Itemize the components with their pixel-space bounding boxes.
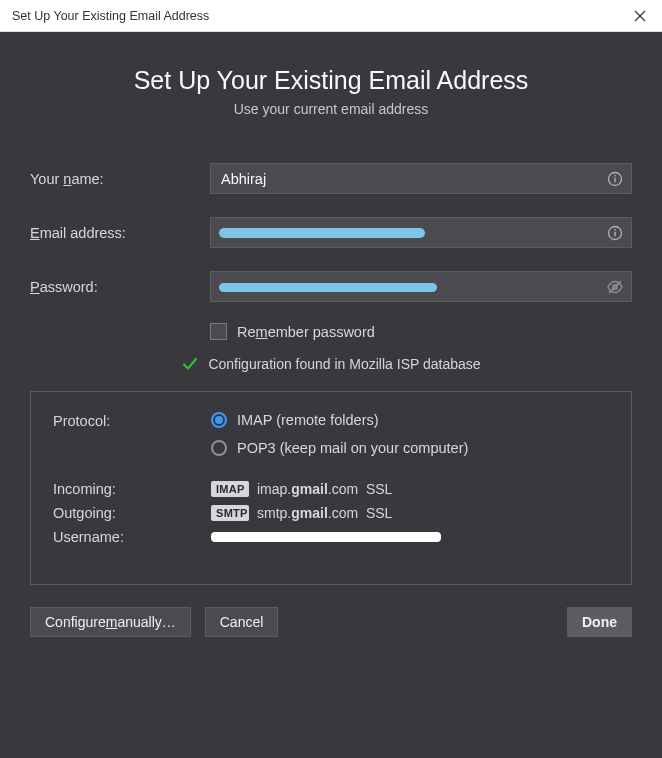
window-title: Set Up Your Existing Email Address — [12, 9, 626, 23]
dialog-content: Set Up Your Existing Email Address Use y… — [0, 32, 662, 758]
remember-row: Remember password — [210, 323, 632, 340]
username-value — [211, 530, 441, 544]
imap-label: IMAP (remote folders) — [237, 412, 379, 428]
server-group: Incoming: IMAP imap.gmail.com SSL Outgoi… — [53, 480, 609, 545]
page-title: Set Up Your Existing Email Address — [30, 66, 632, 95]
svg-rect-4 — [614, 231, 615, 236]
eye-off-icon[interactable] — [606, 278, 624, 296]
smtp-badge: SMTP — [211, 505, 249, 521]
username-label: Username: — [53, 528, 211, 545]
password-label: Password: — [30, 279, 210, 295]
incoming-row: Incoming: IMAP imap.gmail.com SSL — [53, 480, 609, 497]
outgoing-label: Outgoing: — [53, 504, 211, 521]
remember-label: Remember password — [237, 324, 375, 340]
remember-checkbox[interactable] — [210, 323, 227, 340]
password-input[interactable] — [210, 271, 632, 302]
config-panel: Protocol: IMAP (remote folders) POP3 (ke… — [30, 391, 632, 585]
page-subtitle: Use your current email address — [30, 101, 632, 117]
protocol-imap-radio[interactable]: IMAP (remote folders) — [211, 412, 468, 428]
username-row: Username: — [53, 528, 609, 545]
status-message: Configuration found in Mozilla ISP datab… — [208, 356, 480, 372]
info-icon[interactable] — [606, 224, 624, 242]
password-input-wrap — [210, 271, 632, 302]
email-input-wrap — [210, 217, 632, 248]
protocol-radio-group: IMAP (remote folders) POP3 (keep mail on… — [211, 412, 468, 456]
protocol-label: Protocol: — [53, 412, 211, 429]
name-row: Your name: — [30, 163, 632, 194]
pop3-label: POP3 (keep mail on your computer) — [237, 440, 468, 456]
status-row: Configuration found in Mozilla ISP datab… — [30, 355, 632, 373]
info-icon[interactable] — [606, 170, 624, 188]
cancel-button[interactable]: Cancel — [205, 607, 279, 637]
close-icon[interactable] — [626, 2, 654, 30]
name-label: Your name: — [30, 171, 210, 187]
protocol-pop3-radio[interactable]: POP3 (keep mail on your computer) — [211, 440, 468, 456]
form: Your name: Email address: Pass — [30, 163, 632, 391]
email-input[interactable] — [210, 217, 632, 248]
outgoing-server: smtp.gmail.com SSL — [257, 505, 392, 521]
svg-point-2 — [614, 174, 616, 176]
imap-badge: IMAP — [211, 481, 249, 497]
done-button[interactable]: Done — [567, 607, 632, 637]
name-input[interactable] — [210, 163, 632, 194]
heading: Set Up Your Existing Email Address Use y… — [30, 66, 632, 117]
name-input-wrap — [210, 163, 632, 194]
configure-manually-button[interactable]: Configure manually… — [30, 607, 191, 637]
incoming-label: Incoming: — [53, 480, 211, 497]
email-row: Email address: — [30, 217, 632, 248]
radio-icon — [211, 440, 227, 456]
password-row: Password: — [30, 271, 632, 302]
outgoing-row: Outgoing: SMTP smtp.gmail.com SSL — [53, 504, 609, 521]
incoming-server: imap.gmail.com SSL — [257, 481, 392, 497]
check-icon — [181, 355, 199, 373]
radio-icon — [211, 412, 227, 428]
svg-rect-1 — [614, 177, 615, 182]
protocol-row: Protocol: IMAP (remote folders) POP3 (ke… — [53, 412, 609, 456]
email-label: Email address: — [30, 225, 210, 241]
svg-point-5 — [614, 228, 616, 230]
buttons-row: Configure manually… Cancel Done — [30, 607, 632, 637]
titlebar: Set Up Your Existing Email Address — [0, 0, 662, 32]
